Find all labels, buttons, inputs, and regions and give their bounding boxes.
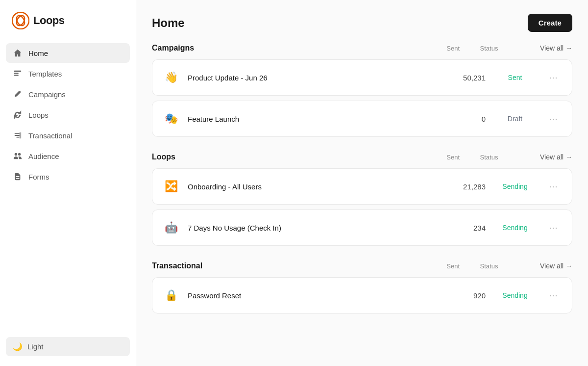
- trans-1-sent: 920: [427, 291, 486, 300]
- loop-2-more-button[interactable]: ⋯: [544, 220, 562, 235]
- campaign-card-1: 👋 Product Update - Jun 26 50,231 Sent ⋯: [152, 59, 572, 96]
- trans-1-more-button[interactable]: ⋯: [544, 288, 562, 303]
- logo-text: Loops: [33, 14, 65, 27]
- transactional-section-header: Transactional Sent Status View all →: [152, 261, 572, 270]
- trans-1-status: Sending: [486, 291, 544, 299]
- trans-1-name: Password Reset: [188, 291, 427, 300]
- sidebar-nav: Home Templates Campaigns Loops: [0, 43, 136, 329]
- loop-1-status: Sending: [486, 183, 544, 190]
- sidebar-item-templates[interactable]: Templates: [6, 64, 130, 83]
- campaign-2-more-button[interactable]: ⋯: [544, 111, 562, 126]
- loop-2-name: 7 Days No Usage (Check In): [188, 224, 427, 232]
- campaigns-section-header: Campaigns Sent Status View all →: [152, 44, 572, 52]
- sidebar-item-forms-label: Forms: [28, 173, 49, 181]
- loops-title: Loops: [152, 153, 401, 161]
- loop-2-emoji: 🤖: [162, 219, 180, 236]
- sidebar-item-transactional-label: Transactional: [28, 131, 73, 140]
- transactional-view-all[interactable]: View all →: [518, 262, 572, 270]
- transactional-card-1: 🔒 Password Reset 920 Sending ⋯: [152, 277, 572, 314]
- logo: Loops: [0, 12, 136, 43]
- campaigns-col-sent: Sent: [401, 45, 460, 52]
- svg-rect-4: [14, 73, 19, 74]
- sidebar-item-home-label: Home: [28, 49, 48, 57]
- sidebar-item-transactional[interactable]: Transactional: [6, 126, 130, 145]
- forms-icon: [13, 172, 23, 182]
- campaigns-section: Campaigns Sent Status View all → 👋 Produ…: [152, 44, 572, 137]
- campaigns-view-all[interactable]: View all →: [518, 44, 572, 52]
- arrow-right-icon: →: [565, 44, 572, 52]
- theme-toggle[interactable]: 🌙 Light: [6, 337, 130, 356]
- theme-label: Light: [27, 342, 44, 351]
- loops-section: Loops Sent Status View all → 🔀 Onboardin…: [152, 153, 572, 246]
- main-header: Home Create: [152, 0, 572, 44]
- transactional-title: Transactional: [152, 261, 401, 270]
- svg-rect-3: [14, 71, 21, 72]
- loops-icon: [13, 110, 23, 120]
- sidebar-item-loops-label: Loops: [28, 111, 49, 119]
- arrow-right-icon: →: [565, 153, 572, 161]
- campaign-1-more-button[interactable]: ⋯: [544, 70, 562, 85]
- sidebar: Loops Home Templates Campaigns: [0, 0, 136, 366]
- page-title: Home: [152, 16, 185, 30]
- loop-1-name: Onboarding - All Users: [188, 183, 427, 191]
- campaign-2-emoji: 🎭: [162, 110, 180, 128]
- campaign-1-emoji: 👋: [162, 69, 180, 86]
- campaign-1-status: Sent: [486, 74, 544, 81]
- campaign-1-sent: 50,231: [427, 74, 486, 82]
- campaign-2-status: Draft: [486, 115, 544, 123]
- campaigns-col-status: Status: [460, 45, 518, 52]
- sidebar-bottom: 🌙 Light: [0, 329, 136, 366]
- sidebar-item-home[interactable]: Home: [6, 43, 130, 63]
- trans-1-emoji: 🔒: [162, 287, 180, 304]
- transactional-col-status: Status: [460, 262, 518, 270]
- campaigns-icon: [13, 89, 23, 99]
- loops-section-header: Loops Sent Status View all →: [152, 153, 572, 161]
- campaign-2-sent: 0: [427, 115, 486, 123]
- sidebar-item-campaigns[interactable]: Campaigns: [6, 84, 130, 104]
- loop-card-1: 🔀 Onboarding - All Users 21,283 Sending …: [152, 168, 572, 205]
- loops-col-sent: Sent: [401, 154, 460, 161]
- sidebar-item-forms[interactable]: Forms: [6, 167, 130, 186]
- campaign-2-name: Feature Launch: [188, 115, 427, 123]
- loop-2-sent: 234: [427, 224, 486, 232]
- sidebar-item-templates-label: Templates: [28, 70, 62, 78]
- transactional-icon: [13, 131, 23, 140]
- home-icon: [13, 48, 23, 58]
- loop-2-status: Sending: [486, 224, 544, 232]
- sidebar-item-campaigns-label: Campaigns: [28, 90, 66, 99]
- svg-rect-6: [20, 132, 22, 139]
- sidebar-item-loops[interactable]: Loops: [6, 105, 130, 125]
- main-content: Home Create Campaigns Sent Status View a…: [136, 0, 588, 366]
- audience-icon: [13, 151, 23, 161]
- loop-1-sent: 21,283: [427, 183, 486, 191]
- transactional-col-sent: Sent: [401, 262, 460, 270]
- sidebar-item-audience-label: Audience: [28, 152, 59, 160]
- templates-icon: [13, 69, 23, 78]
- campaigns-title: Campaigns: [152, 44, 401, 52]
- loops-col-status: Status: [460, 154, 518, 161]
- moon-icon: 🌙: [13, 342, 23, 351]
- loops-view-all[interactable]: View all →: [518, 153, 572, 161]
- create-button[interactable]: Create: [528, 14, 572, 32]
- svg-rect-5: [14, 75, 19, 76]
- loop-card-2: 🤖 7 Days No Usage (Check In) 234 Sending…: [152, 209, 572, 246]
- sidebar-item-audience[interactable]: Audience: [6, 146, 130, 166]
- loop-1-emoji: 🔀: [162, 178, 180, 195]
- svg-point-2: [15, 14, 26, 27]
- svg-point-0: [12, 12, 29, 29]
- transactional-section: Transactional Sent Status View all → 🔒 P…: [152, 261, 572, 314]
- loop-1-more-button[interactable]: ⋯: [544, 179, 562, 194]
- campaign-card-2: 🎭 Feature Launch 0 Draft ⋯: [152, 101, 572, 137]
- arrow-right-icon: →: [565, 262, 572, 270]
- loops-logo-icon: [12, 12, 29, 29]
- campaign-1-name: Product Update - Jun 26: [188, 74, 427, 82]
